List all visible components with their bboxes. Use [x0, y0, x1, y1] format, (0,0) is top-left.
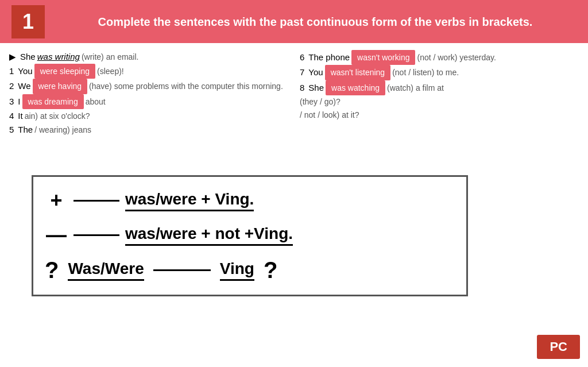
sentence-8: 8 She was watching (watch) a film at [300, 80, 579, 95]
main-content: ▶ She was writing (write) an email. 1 Yo… [0, 43, 588, 144]
sentence-num-2: 2 [9, 79, 14, 93]
sentence-answer-8: was watching [326, 80, 385, 95]
sentence-num-6: 6 [300, 51, 304, 64]
sentence-num-7: 7 [300, 65, 304, 79]
sentence-3: 3 I was dreaming about [9, 94, 288, 109]
sentence-4: 4 It ain) at six o'clock? [9, 109, 288, 123]
sentence-answer-bullet: was writing [37, 50, 80, 64]
sentence-1: 1 You were sleeping (sleep)! [9, 64, 288, 79]
bullet-symbol: ▶ [9, 50, 16, 64]
sentence-hint-4: ain) at six o'clock? [25, 110, 90, 122]
sentence-num-8: 8 [300, 81, 304, 95]
left-column: ▶ She was writing (write) an email. 1 Yo… [9, 50, 288, 137]
question-symbol: ? [45, 257, 59, 283]
sentence-right-blank3: / not / look) at it? [300, 109, 579, 121]
sentence-hint-rb1: (they / go)? [300, 95, 341, 108]
sentence-hint-2: (have) some problems with the computer t… [89, 80, 283, 92]
sentence-hint-7: (not / listen) to me. [392, 66, 459, 79]
sentence-5: 5 The / wearing) jeans [9, 123, 288, 137]
sentence-hint-rb3: / not / look) at it? [300, 109, 359, 121]
sentence-prefix: She [20, 50, 36, 64]
grammar-negative-row: — was/were + not +Ving. [45, 223, 449, 247]
sentence-right-blank1: (they / go)? [300, 95, 579, 108]
sentence-answer-7: wasn't listening [325, 65, 391, 80]
sentence-hint-5: / wearing) jeans [34, 123, 91, 136]
sentence-prefix-2: We [18, 79, 30, 93]
grammar-positive-row: + was/were + Ving. [45, 188, 449, 213]
sentence-prefix-8: She [308, 81, 324, 95]
sentence-num-4: 4 [9, 109, 14, 123]
sentence-7: 7 You wasn't listening (not / listen) to… [300, 65, 579, 80]
negative-formula: was/were + not +Ving. [125, 225, 293, 246]
grammar-box: + was/were + Ving. — was/were + not +Vin… [32, 175, 468, 296]
sentence-answer-2: were having [33, 79, 88, 94]
sentence-hint-3: about [86, 95, 106, 108]
sentence-2: 2 We were having (have) some problems wi… [9, 79, 288, 94]
sentence-prefix-1: You [18, 64, 32, 78]
sentence-prefix-4: It [18, 109, 22, 123]
sentence-hint-8: (watch) a film at [387, 82, 444, 94]
sentence-answer-6: wasn't working [351, 50, 415, 65]
negative-blank [74, 234, 119, 236]
sentence-bullet: ▶ She was writing (write) an email. [9, 50, 288, 64]
sentence-answer-3: was dreaming [22, 94, 84, 109]
sentence-prefix-7: You [308, 65, 323, 79]
right-column: 6 The phone wasn't working (not / work) … [300, 50, 579, 137]
question-part2: Ving [220, 260, 254, 281]
sentence-num-3: 3 [9, 95, 14, 109]
question-blank [153, 269, 211, 271]
sentence-hint-1: (sleep)! [97, 65, 124, 78]
sentence-6: 6 The phone wasn't working (not / work) … [300, 50, 579, 65]
positive-blank [74, 200, 119, 202]
sentence-prefix-3: I [18, 95, 20, 109]
sentence-num-5: 5 [9, 123, 14, 137]
positive-symbol: + [45, 188, 68, 213]
sentence-num-1: 1 [9, 64, 14, 78]
header: 1 Complete the sentences with the past c… [0, 0, 588, 43]
sentence-hint-6: (not / work) yesterday. [417, 51, 496, 64]
sentence-prefix-6: The phone [308, 51, 350, 64]
grammar-question-row: ? Was/Were Ving ? [45, 257, 449, 283]
exercise-title: Complete the sentences with the past con… [54, 14, 577, 30]
question-part1: Was/Were [68, 260, 144, 281]
sentence-answer-1: were sleeping [34, 64, 95, 79]
positive-formula: was/were + Ving. [125, 190, 254, 211]
pc-button[interactable]: PC [537, 335, 580, 359]
negative-symbol: — [45, 223, 68, 247]
sentences-container: ▶ She was writing (write) an email. 1 Yo… [9, 50, 579, 137]
question-end: ? [264, 257, 277, 283]
exercise-number: 1 [11, 5, 45, 38]
sentence-prefix-5: The [18, 123, 33, 137]
sentence-hint-bullet: (write) an email. [82, 51, 139, 63]
